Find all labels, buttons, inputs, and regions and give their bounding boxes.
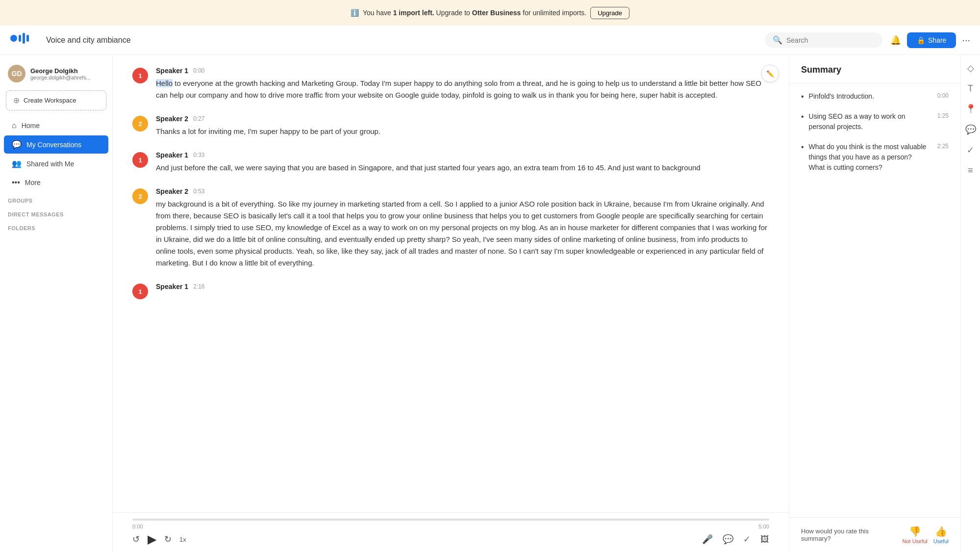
play-button[interactable]: ▶ <box>148 532 156 546</box>
time-labels: 0:00 5:00 <box>132 524 769 529</box>
current-time: 0:00 <box>132 524 143 529</box>
table-row: 2 Speaker 2 0:53 my background is a bit … <box>132 187 769 269</box>
search-input[interactable] <box>786 36 875 44</box>
total-time: 5:00 <box>759 524 769 529</box>
message-content: Speaker 1 0:00 Hello to everyone at the … <box>156 67 769 101</box>
bullet-icon: • <box>801 92 804 101</box>
page-title: Voice and city ambiance <box>46 36 757 45</box>
svg-rect-2 <box>23 33 25 44</box>
groups-section-label: GROUPS <box>0 192 112 206</box>
chat-icon-button[interactable]: 💬 <box>723 534 733 545</box>
sidebar-item-label: My Conversations <box>26 141 81 149</box>
list-item: • Using SEO as a way to work on personal… <box>801 111 949 132</box>
avatar: GD <box>8 65 25 82</box>
svg-point-0 <box>10 35 17 42</box>
message-text: my background is a bit of everything. So… <box>156 198 769 269</box>
upgrade-button[interactable]: Upgrade <box>590 7 629 19</box>
summary-item-time: 0:00 <box>937 92 949 99</box>
message-header: Speaker 1 2:16 <box>156 283 769 290</box>
summary-item-time: 2:25 <box>937 143 949 150</box>
player-controls: ↺ ▶ ↻ 1x 🎤 💬 ✓ 🖼 <box>132 532 769 546</box>
forward-button[interactable]: ↻ <box>164 534 172 545</box>
list-item: • What do you think is the most valuable… <box>801 142 949 173</box>
image-icon-button[interactable]: 🖼 <box>760 534 769 545</box>
notification-bell-button[interactable]: 🔔 <box>890 35 901 46</box>
check-icon-button[interactable]: ✓ <box>743 534 751 545</box>
useful-button[interactable]: 👍 Useful <box>933 526 949 544</box>
player-right-controls: 🎤 💬 ✓ 🖼 <box>702 534 769 545</box>
svg-rect-3 <box>26 35 29 42</box>
logo-icon <box>10 31 33 49</box>
speaker-2-avatar: 2 <box>132 116 148 131</box>
folders-section-label: FOLDERS <box>0 219 112 233</box>
sidebar-item-more[interactable]: ••• More <box>4 174 108 191</box>
create-workspace-icon: ⊕ <box>13 96 20 105</box>
speaker-name: Speaker 1 <box>156 283 188 290</box>
message-content: Speaker 2 0:27 Thanks a lot for inviting… <box>156 115 769 137</box>
message-header: Speaker 2 0:27 <box>156 115 769 123</box>
message-header: Speaker 1 0:33 <box>156 151 769 159</box>
create-workspace-button[interactable]: ⊕ Create Workspace <box>6 90 106 110</box>
sidebar-item-label: Shared with Me <box>26 160 74 168</box>
message-content: Speaker 1 0:33 And just before the call,… <box>156 151 769 174</box>
sidebar-item-my-conversations[interactable]: 💬 My Conversations <box>4 135 108 154</box>
timestamp: 0:00 <box>193 67 204 74</box>
lock-icon: 🔒 <box>917 36 925 44</box>
summary-panel: Summary • Pinfold's Introduction. 0:00 •… <box>789 55 960 552</box>
diamond-icon-button[interactable]: ◇ <box>967 63 974 74</box>
rating-section: How would you rate this summary? 👎 Not U… <box>789 517 960 552</box>
transcript-container: ✏️ 1 Speaker 1 0:00 Hello to everyone at… <box>113 55 789 552</box>
speed-button[interactable]: 1x <box>179 536 186 543</box>
more-options-button[interactable]: ··· <box>962 34 970 46</box>
banner-text: You have 1 import left. Upgrade to Otter… <box>363 9 586 17</box>
header: Voice and city ambiance 🔍 🔔 🔒 Share ··· <box>0 26 980 55</box>
sidebar-item-home[interactable]: ⌂ Home <box>4 117 108 134</box>
message-text: Hello to everyone at the growth hacking … <box>156 78 769 101</box>
conversations-icon: 💬 <box>12 140 22 149</box>
svg-rect-1 <box>19 35 21 42</box>
mic-icon-button[interactable]: 🎤 <box>702 534 713 545</box>
shared-icon: 👥 <box>12 159 22 168</box>
speaker-name: Speaker 2 <box>156 115 188 123</box>
edit-button[interactable]: ✏️ <box>761 65 779 82</box>
table-row: 1 Speaker 1 0:33 And just before the cal… <box>132 151 769 174</box>
speaker-1-avatar: 1 <box>132 284 148 299</box>
speaker-name: Speaker 1 <box>156 67 188 75</box>
speaker-1-avatar: 1 <box>132 68 148 83</box>
speaker-name: Speaker 1 <box>156 151 188 159</box>
message-text: Thanks a lot for inviting me, I'm super … <box>156 126 769 137</box>
thumbs-up-icon: 👍 <box>935 526 947 537</box>
speaker-1-avatar: 1 <box>132 152 148 168</box>
chat-right-icon-button[interactable]: 💬 <box>965 124 976 135</box>
search-bar[interactable]: 🔍 <box>765 32 882 48</box>
not-useful-button[interactable]: 👎 Not Useful <box>902 526 927 544</box>
timestamp: 0:53 <box>193 188 204 195</box>
more-icon: ••• <box>12 178 20 187</box>
rewind-button[interactable]: ↺ <box>132 534 140 545</box>
user-info: George Dolgikh george.dolgikh@ahrefs... <box>30 67 91 80</box>
summary-item-text: Pinfold's Introduction. <box>809 91 929 102</box>
user-section: GD George Dolgikh george.dolgikh@ahrefs.… <box>0 61 112 88</box>
timestamp: 2:16 <box>193 283 204 290</box>
sidebar: GD George Dolgikh george.dolgikh@ahrefs.… <box>0 55 113 552</box>
message-header: Speaker 2 0:53 <box>156 187 769 195</box>
summary-item-text: Using SEO as a way to work on personal p… <box>809 111 929 132</box>
table-row: 1 Speaker 1 0:00 Hello to everyone at th… <box>132 67 769 101</box>
sidebar-item-shared-with-me[interactable]: 👥 Shared with Me <box>4 155 108 173</box>
check-circle-icon-button[interactable]: ✓ <box>967 145 974 156</box>
info-icon: ℹ️ <box>351 9 359 17</box>
text-format-icon-button[interactable]: T <box>968 83 973 94</box>
progress-bar-container[interactable] <box>132 519 769 521</box>
sidebar-item-label: More <box>25 179 41 186</box>
list-icon-button[interactable]: ≡ <box>968 165 973 176</box>
message-content: Speaker 1 2:16 <box>156 283 769 299</box>
summary-content: • Pinfold's Introduction. 0:00 • Using S… <box>789 83 960 517</box>
top-banner: ℹ️ You have 1 import left. Upgrade to Ot… <box>0 0 980 26</box>
timestamp: 0:33 <box>193 152 204 158</box>
share-button[interactable]: 🔒 Share <box>907 32 956 48</box>
user-email: george.dolgikh@ahrefs... <box>30 75 91 80</box>
highlighted-word: Hello <box>156 79 173 87</box>
pin-icon-button[interactable]: 📍 <box>965 104 976 114</box>
header-actions: 🔔 🔒 Share ··· <box>890 32 970 48</box>
summary-item-time: 1:25 <box>937 112 949 119</box>
